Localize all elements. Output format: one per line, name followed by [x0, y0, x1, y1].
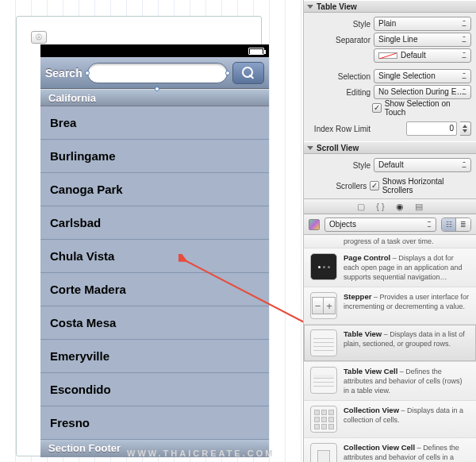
list-item[interactable]: progress of a task over time.	[304, 235, 476, 248]
objects-icon	[309, 219, 320, 230]
popup-selection[interactable]: Single Selection	[374, 69, 471, 83]
label-style: Style	[309, 20, 370, 29]
field-index-row-limit[interactable]: 0	[406, 121, 457, 136]
table-row[interactable]: Fresno	[40, 406, 269, 440]
group-title: Scroll View	[317, 144, 359, 152]
label-separator: Separator	[309, 36, 370, 44]
table-row[interactable]: Chula Vista	[40, 240, 269, 273]
list-item-collection-view-cell[interactable]: Collection View Cell – Defines the attri…	[304, 438, 476, 462]
tab-code-icon[interactable]: { }	[376, 202, 384, 211]
section-footer: Section Footer	[40, 440, 269, 457]
table-row[interactable]: Escondido	[40, 373, 269, 406]
collection-view-icon	[310, 406, 337, 433]
library-header: Objects ☷≣	[304, 214, 476, 235]
label-editing: Editing	[309, 88, 370, 97]
list-item-stepper[interactable]: −+ Stepper – Provides a user interface f…	[304, 287, 476, 325]
tableview-attributes: Style Plain Separator Single Line Defaul…	[304, 13, 476, 141]
table-row[interactable]: Costa Mesa	[40, 306, 269, 340]
popup-editing[interactable]: No Selection During E…	[374, 85, 471, 99]
popup-objects[interactable]: Objects	[324, 218, 436, 232]
label-scrollers: Scrollers	[309, 182, 367, 191]
list-item-page-control[interactable]: Page Control – Displays a dot for each o…	[304, 248, 476, 287]
popup-separator[interactable]: Single Line	[374, 33, 471, 47]
status-bar	[40, 44, 269, 57]
resize-handle[interactable]	[85, 71, 90, 75]
section-header: California	[40, 89, 269, 106]
storyboard-canvas[interactable]: ⦾ Search California Brea Burlingame Cano…	[16, 16, 262, 456]
battery-icon	[248, 48, 264, 55]
table-row[interactable]: Brea	[40, 106, 269, 140]
chevron-down-icon	[307, 146, 313, 150]
label-selection: Selection	[309, 72, 370, 81]
library-tabs[interactable]: ▢ { } ◉ ▤	[304, 198, 476, 214]
collection-view-cell-icon	[310, 443, 337, 462]
search-label: Search	[45, 67, 83, 79]
iphone-mock: Search California Brea Burlingame Canoga…	[40, 44, 269, 457]
label-show-selection: Show Selection on Touch	[385, 99, 471, 117]
tab-media-icon[interactable]: ▤	[415, 202, 423, 212]
chevron-down-icon	[307, 5, 313, 9]
popup-separator-color[interactable]: Default	[374, 48, 471, 63]
page-control-icon	[310, 253, 337, 280]
list-item-table-view-cell[interactable]: Table View Cell – Defines the attributes…	[304, 362, 476, 401]
label-horizontal-scrollers: Shows Horizontal Scrollers	[382, 177, 471, 194]
label-index-row-limit: Index Row Limit	[309, 125, 370, 133]
table-row[interactable]: Canoga Park	[40, 173, 269, 206]
stepper-index-row-limit[interactable]	[460, 121, 471, 136]
search-bar[interactable]: Search	[40, 57, 269, 89]
disclosure-button[interactable]: ⦾	[31, 31, 47, 44]
popup-sv-style[interactable]: Default	[374, 158, 471, 172]
popup-style[interactable]: Plain	[374, 17, 471, 31]
inspector-panel: Table View Style Plain Separator Single …	[303, 0, 476, 462]
table-view-cell-icon	[310, 367, 337, 394]
view-mode-toggle[interactable]: ☷≣	[441, 218, 471, 232]
tab-object-icon[interactable]: ◉	[396, 202, 404, 212]
object-library[interactable]: progress of a task over time. Page Contr…	[304, 235, 476, 462]
tab-file-icon[interactable]: ▢	[357, 202, 365, 212]
table-view[interactable]: Brea Burlingame Canoga Park Carlsbad Chu…	[40, 106, 269, 440]
table-view-icon	[310, 329, 337, 356]
table-row[interactable]: Burlingame	[40, 140, 269, 173]
checkbox-horizontal-scrollers[interactable]	[370, 181, 378, 191]
checkbox-show-selection[interactable]	[372, 103, 382, 113]
table-row[interactable]: Corte Madera	[40, 273, 269, 306]
search-button[interactable]	[232, 62, 264, 84]
list-item-table-view[interactable]: Table View – Displays data in a list of …	[304, 325, 476, 362]
scrollview-attributes: Style Default Scrollers Shows Horizontal…	[304, 154, 476, 198]
label-sv-style: Style	[309, 161, 370, 170]
group-header-tableview[interactable]: Table View	[304, 0, 476, 13]
color-swatch	[378, 52, 397, 59]
resize-handle[interactable]	[155, 87, 159, 91]
search-icon	[242, 67, 255, 79]
table-row[interactable]: Emeryville	[40, 340, 269, 373]
table-row[interactable]: Carlsbad	[40, 206, 269, 240]
search-input[interactable]	[87, 63, 228, 83]
group-header-scrollview[interactable]: Scroll View	[304, 141, 476, 154]
list-item-collection-view[interactable]: Collection View – Displays data in a col…	[304, 401, 476, 438]
group-title: Table View	[317, 2, 357, 11]
resize-handle[interactable]	[225, 71, 230, 75]
stepper-icon: −+	[310, 292, 337, 319]
